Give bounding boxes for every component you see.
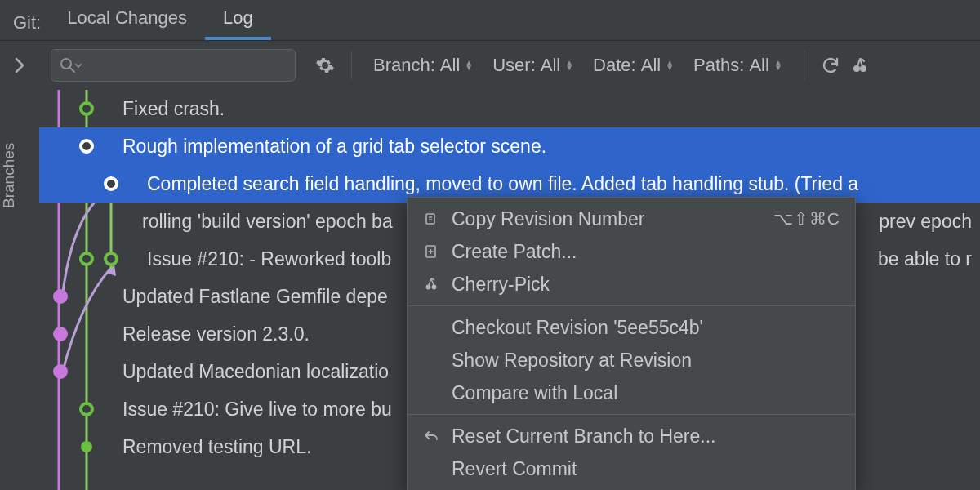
- menu-label: Cherry-Pick: [452, 274, 840, 296]
- svg-point-3: [860, 65, 866, 72]
- commit-row[interactable]: Fixed crash.: [39, 90, 980, 127]
- filter-paths-label: Paths:: [693, 55, 744, 76]
- commit-node-icon: [81, 441, 92, 452]
- copy-icon: [422, 212, 440, 226]
- commit-message-tail: prev epoch: [879, 211, 972, 233]
- menu-separator: [408, 414, 855, 415]
- updown-icon: ▲▼: [465, 60, 473, 70]
- updown-icon: ▲▼: [565, 60, 573, 70]
- menu-separator: [408, 305, 855, 306]
- commit-node-icon: [79, 402, 94, 416]
- menu-cherry-pick[interactable]: Cherry-Pick: [408, 268, 855, 301]
- commit-message: Issue #210: - Reworked toolb: [147, 248, 391, 270]
- commit-message: rolling 'build version' epoch ba: [142, 211, 393, 233]
- commit-row[interactable]: Rough implementation of a grid tab selec…: [39, 127, 980, 165]
- menu-label: Create Patch...: [452, 241, 840, 263]
- svg-point-11: [426, 285, 431, 290]
- log-search-field[interactable]: [51, 49, 296, 82]
- chevron-down-icon: [74, 61, 82, 69]
- commit-message: Updated Macedonian localizatio: [122, 361, 389, 383]
- vcs-tabbar: Git: Local Changes Log: [0, 0, 980, 41]
- menu-label: Revert Commit: [452, 458, 840, 480]
- commit-node-icon: [53, 327, 68, 341]
- svg-rect-5: [426, 214, 434, 224]
- menu-compare-with-local[interactable]: Compare with Local: [408, 376, 855, 409]
- commit-message: Release version 2.3.0.: [122, 323, 310, 345]
- menu-show-repo-at-revision[interactable]: Show Repository at Revision: [408, 344, 855, 376]
- filter-branch-value: All: [440, 55, 460, 76]
- commit-message: Updated Fastlane Gemfile depe: [122, 286, 388, 308]
- commit-node-icon: [104, 252, 118, 266]
- gear-icon: [315, 56, 335, 75]
- commit-message: Rough implementation of a grid tab selec…: [122, 136, 546, 158]
- chevron-right-icon: [14, 57, 25, 74]
- sidebar-tab-branches[interactable]: Branches: [0, 98, 39, 261]
- cherry-icon: [422, 277, 440, 292]
- menu-create-patch[interactable]: Create Patch...: [408, 235, 855, 268]
- menu-label: Show Repository at Revision: [452, 350, 840, 372]
- filter-user[interactable]: User: All ▲▼: [483, 55, 583, 76]
- commit-node-icon: [79, 139, 94, 154]
- svg-point-0: [61, 59, 71, 69]
- commit-message-tail: be able to r: [878, 248, 972, 270]
- commit-message: Removed testing URL.: [122, 436, 311, 458]
- refresh-icon: [821, 56, 840, 75]
- menu-label: Compare with Local: [452, 382, 840, 404]
- menu-checkout-revision[interactable]: Checkout Revision '5ee55c4b': [408, 311, 855, 344]
- cherry-icon: [851, 56, 869, 74]
- settings-button[interactable]: [310, 51, 340, 80]
- commit-node-icon: [53, 364, 68, 379]
- tab-log[interactable]: Log: [205, 1, 271, 40]
- filter-user-value: All: [541, 55, 560, 76]
- menu-label: Checkout Revision '5ee55c4b': [452, 317, 840, 339]
- filter-date[interactable]: Date: All ▲▼: [583, 55, 684, 76]
- undo-icon: [422, 429, 440, 443]
- refresh-button[interactable]: [816, 51, 845, 80]
- menu-revert-commit[interactable]: Revert Commit: [408, 452, 855, 485]
- commit-context-menu: Copy Revision Number ⌥⇧⌘C Create Patch..…: [407, 197, 856, 490]
- filter-paths-value: All: [749, 55, 768, 76]
- vcs-prefix-label: Git:: [13, 12, 49, 40]
- menu-reset-branch[interactable]: Reset Current Branch to Here...: [408, 420, 855, 452]
- commit-message: Issue #210: Give live to more bu: [122, 399, 392, 421]
- commit-message: Completed search field handling, moved t…: [147, 173, 858, 195]
- patch-icon: [422, 244, 440, 259]
- commit-node-icon: [53, 289, 68, 304]
- filter-user-label: User:: [492, 55, 536, 76]
- commit-node-icon: [79, 101, 94, 116]
- menu-label: Reset Current Branch to Here...: [452, 425, 840, 448]
- separator: [804, 51, 804, 79]
- svg-point-2: [853, 65, 860, 72]
- expand-sidebar-button[interactable]: [0, 41, 39, 90]
- filter-branch[interactable]: Branch: All ▲▼: [363, 55, 483, 76]
- cherry-pick-button[interactable]: [845, 51, 875, 80]
- commit-node-icon: [104, 176, 118, 191]
- updown-icon: ▲▼: [774, 60, 782, 70]
- menu-copy-revision[interactable]: Copy Revision Number ⌥⇧⌘C: [408, 203, 855, 235]
- menu-label: Copy Revision Number: [452, 208, 762, 230]
- search-icon: [60, 57, 76, 74]
- updown-icon: ▲▼: [666, 60, 674, 70]
- tab-local-changes[interactable]: Local Changes: [49, 1, 205, 40]
- log-search-input[interactable]: [89, 56, 296, 75]
- commit-message: Fixed crash.: [122, 98, 225, 120]
- filter-date-label: Date:: [593, 55, 636, 76]
- filter-date-value: All: [641, 55, 661, 76]
- filter-paths[interactable]: Paths: All ▲▼: [684, 55, 792, 76]
- commit-node-icon: [79, 252, 94, 266]
- svg-point-12: [432, 285, 437, 290]
- filter-branch-label: Branch:: [373, 55, 435, 76]
- separator: [351, 51, 352, 79]
- log-toolbar: Branch: All ▲▼ User: All ▲▼ Date: All ▲▼…: [0, 41, 980, 90]
- menu-shortcut: ⌥⇧⌘C: [773, 209, 840, 229]
